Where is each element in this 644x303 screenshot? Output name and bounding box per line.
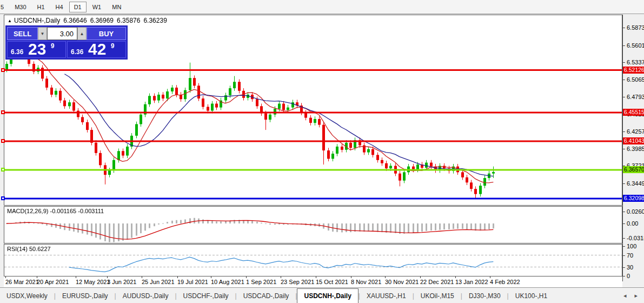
chart-tab-ukoil-m15[interactable]: UKOil-,M15 (414, 289, 461, 303)
time-axis-tick (351, 276, 351, 278)
time-axis-tick (420, 276, 421, 278)
macd-axis-tick: 0.00 (627, 220, 638, 227)
buy-price-big: 42 (88, 40, 106, 58)
tab-scroll-arrows[interactable]: ◂ ▸ (623, 292, 641, 299)
chart-tab-usdchf-daily[interactable]: USDCHF-,Daily (177, 289, 235, 303)
date-axis-label: 3 Jun 2021 (107, 279, 136, 285)
date-axis-label: 8 Nov 2021 (351, 279, 381, 285)
rsi-axis-tick: 70 (627, 252, 633, 259)
chart-tab-bar: USDX,Weekly|EURUSD-,Daily|AUDUSD-,Daily|… (0, 287, 644, 303)
buy-price-sup: 9 (111, 42, 115, 50)
quote-low: 6.35876 (117, 17, 140, 24)
price-axis-tick: 6.53370 (627, 59, 644, 65)
hline-price-label: 6.45515 (623, 109, 644, 116)
sell-price-sup: 9 (51, 42, 55, 50)
time-axis-tick (37, 276, 37, 278)
buy-price-display[interactable]: 6.36 42 9 (67, 41, 126, 58)
price-axis-tick-tick (623, 28, 625, 28)
price-axis[interactable]: 6.587306.560106.533706.506506.479306.452… (622, 15, 644, 281)
timeframe-button-W1[interactable]: W1 (88, 2, 107, 12)
hline-anchor-marker[interactable] (1, 110, 5, 114)
one-click-trade-panel: SELL ▼ 3.00 ▲ BUY 6.36 23 9 6.36 42 9 (5, 25, 128, 60)
chart-tab-usdx-weekly[interactable]: USDX,Weekly (0, 289, 54, 303)
date-axis-label: 15 Oct 2021 (316, 279, 348, 285)
chart-tab-eurusd-daily[interactable]: EURUSD-,Daily (56, 289, 115, 303)
chart-tab-usdcnh-daily[interactable]: USDCNH-,Daily (297, 288, 358, 303)
macd-label: MACD(12,26,9) -0.001165 -0.003111 (7, 208, 104, 214)
macd-axis-tick-tick (623, 223, 625, 224)
rsi-canvas[interactable] (4, 245, 622, 276)
time-axis-tick (281, 276, 281, 278)
chart-symbol-title: USDCNH-,Daily (14, 17, 60, 24)
price-axis-tick-tick (623, 80, 625, 80)
collapse-arrow-icon[interactable]: ▲ (8, 18, 12, 23)
price-axis-tick: 6.34490 (627, 180, 644, 187)
price-axis-tick: 6.47930 (627, 94, 644, 100)
volume-decrease-button[interactable]: ▼ (38, 27, 47, 40)
time-axis-tick (5, 276, 6, 278)
time-axis-tick (316, 276, 316, 278)
rsi-axis-tick-tick (623, 276, 625, 276)
quote-open: 6.36646 (63, 17, 87, 24)
macd-axis-tick: 0.02607 (627, 208, 644, 215)
price-axis-tick-tick (623, 183, 625, 184)
hline-anchor-marker[interactable] (1, 139, 5, 143)
time-axis-tick (177, 276, 178, 278)
date-axis-label: 4 Feb 2022 (490, 279, 520, 285)
timeframe-button-MN[interactable]: MN (107, 2, 126, 12)
price-axis-tick-tick (623, 131, 625, 132)
date-axis-label: 12 May 2021 (76, 279, 110, 285)
quote-close: 6.36239 (143, 17, 167, 24)
timeframe-button-D1[interactable]: D1 (69, 2, 87, 12)
chart-tab-uk100-h1[interactable]: UK100-,H1 (509, 289, 554, 303)
price-axis-tick-tick (623, 45, 625, 46)
time-axis-tick (76, 276, 76, 278)
timeframe-button-5[interactable]: 5 (0, 2, 9, 12)
date-axis-label: 30 Nov 2021 (385, 279, 419, 285)
hline-anchor-marker[interactable] (1, 196, 5, 200)
time-axis-tick (455, 276, 456, 278)
sell-button[interactable]: SELL (7, 27, 38, 40)
hline-price-label: 6.41043 (623, 137, 644, 144)
time-axis[interactable]: 26 Mar 202120 Apr 202112 May 20213 Jun 2… (4, 276, 622, 287)
sell-price-display[interactable]: 6.36 23 9 (7, 41, 66, 58)
chart-tab-dj30-m30[interactable]: DJ30-,M30 (462, 289, 507, 303)
date-axis-label: 13 Jan 2022 (455, 279, 488, 285)
quote-high: 6.36969 (90, 17, 114, 24)
rsi-axis-tick: 100 (627, 243, 636, 249)
price-axis-tick-tick (623, 97, 625, 97)
rsi-panel[interactable]: RSI(14) 50.6227 (4, 244, 622, 276)
price-axis-tick: 6.56010 (627, 42, 644, 49)
rsi-axis-tick: 0 (627, 273, 630, 279)
sell-price-big: 23 (28, 40, 46, 58)
rsi-axis-tick-tick (623, 267, 625, 268)
volume-input[interactable]: 3.00 (47, 27, 77, 40)
volume-increase-button[interactable]: ▲ (77, 27, 87, 40)
date-axis-label: 19 Jul 2021 (177, 279, 208, 285)
timeframe-button-H1[interactable]: H1 (32, 2, 50, 12)
date-axis-label: 23 Sep 2021 (281, 279, 314, 285)
timeframe-toolbar: 5M30H1H4D1W1MN (0, 0, 644, 14)
time-axis-tick (211, 276, 211, 278)
macd-axis-tick: -0.03187 (627, 235, 644, 241)
hline-price-label: 6.52126 (623, 67, 644, 74)
price-axis-tick: 6.58730 (627, 24, 644, 31)
timeframe-button-H4[interactable]: H4 (51, 2, 68, 12)
chart-tab-usdcad-daily[interactable]: USDCAD-,Daily (237, 289, 296, 303)
hline-anchor-marker[interactable] (1, 168, 5, 172)
price-axis-tick-tick (623, 149, 625, 149)
macd-panel[interactable]: MACD(12,26,9) -0.001165 -0.003111 (4, 206, 622, 243)
time-axis-tick (385, 276, 386, 278)
hline-anchor-marker[interactable] (1, 68, 5, 72)
chart-tab-audusd-daily[interactable]: AUDUSD-,Daily (116, 289, 175, 303)
macd-axis-tick-tick (623, 238, 625, 239)
chart-tab-xauusd-h1[interactable]: XAUUSD-,H1 (360, 289, 413, 303)
date-axis-label: 20 Apr 2021 (37, 279, 69, 285)
date-axis-label: 10 Aug 2021 (211, 279, 244, 285)
price-axis-tick: 6.39850 (627, 146, 644, 152)
metatrader-window: 5M30H1H4D1W1MN ▲USDCNH-,Daily6.366466.36… (0, 0, 644, 303)
sell-price-small: 6.36 (11, 48, 23, 56)
time-axis-tick (246, 276, 247, 278)
timeframe-button-M30[interactable]: M30 (10, 2, 31, 12)
buy-button[interactable]: BUY (87, 27, 126, 40)
